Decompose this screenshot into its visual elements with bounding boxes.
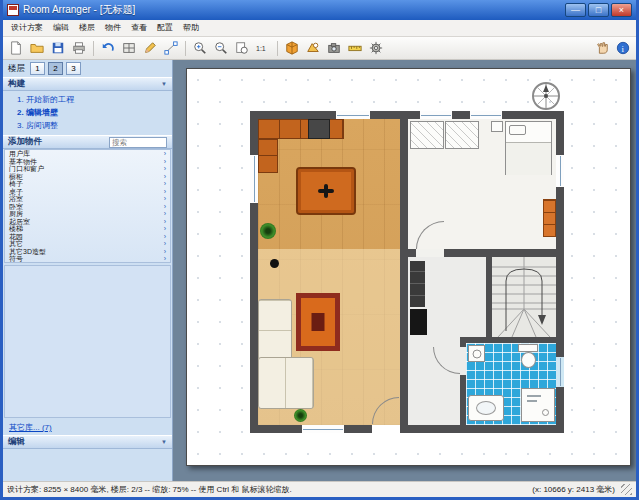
category-basic-objects[interactable]: 基本物件 (5, 158, 170, 166)
wall[interactable] (444, 249, 556, 257)
floor-tab-2[interactable]: 2 (48, 62, 63, 75)
drawing-page[interactable] (186, 68, 631, 466)
fireplace[interactable] (296, 293, 340, 351)
category-bathroom[interactable]: 浴室 (5, 195, 170, 203)
wardrobe[interactable] (445, 121, 479, 149)
corner-sofa[interactable] (258, 357, 314, 409)
category-doors-windows[interactable]: 门口和窗户 (5, 165, 170, 173)
other-libraries-link[interactable]: 其它库... (7) (3, 420, 172, 435)
category-other[interactable]: 其它 (5, 240, 170, 248)
nightstand[interactable] (491, 121, 503, 132)
stairs[interactable] (492, 257, 556, 337)
category-garden[interactable]: 花园 (5, 233, 170, 241)
build-step-adjust-rooms[interactable]: 3. 房间调整 (17, 120, 172, 131)
menu-floor[interactable]: 楼层 (74, 20, 100, 36)
cabinet-dark[interactable] (410, 309, 427, 335)
category-chairs[interactable]: 椅子 (5, 180, 170, 188)
maximize-button[interactable]: □ (588, 3, 609, 17)
window[interactable] (302, 425, 344, 433)
canvas-area[interactable] (173, 60, 636, 481)
about-icon[interactable]: i (613, 39, 633, 58)
shower[interactable] (521, 388, 555, 422)
edit-section-header[interactable]: 编辑 (3, 435, 172, 449)
dresser[interactable] (543, 199, 556, 237)
wardrobe[interactable] (410, 121, 444, 149)
resize-grip[interactable] (621, 484, 632, 495)
search-input[interactable] (109, 137, 167, 148)
floor-tab-3[interactable]: 3 (66, 62, 81, 75)
toilet[interactable] (518, 344, 538, 352)
build-step-new-project[interactable]: 1. 开始新的工程 (17, 94, 172, 105)
menu-edit[interactable]: 编辑 (48, 20, 74, 36)
category-user-library[interactable]: 用户库 (5, 150, 170, 158)
category-bedroom[interactable]: 卧室 (5, 203, 170, 211)
window[interactable] (336, 111, 370, 119)
print-icon[interactable] (69, 39, 89, 58)
window[interactable] (420, 111, 452, 119)
camera-icon[interactable] (324, 39, 344, 58)
plant[interactable] (294, 409, 307, 422)
stool[interactable] (270, 259, 279, 268)
wall[interactable] (460, 337, 556, 343)
wall[interactable] (400, 119, 408, 425)
corner-sofa[interactable] (258, 299, 292, 361)
category-living-room[interactable]: 起居室 (5, 218, 170, 226)
category-kitchen[interactable]: 厨房 (5, 210, 170, 218)
wall[interactable] (486, 257, 492, 337)
window[interactable] (250, 155, 258, 203)
toilet-bowl[interactable] (521, 352, 536, 368)
pan-icon[interactable] (592, 39, 612, 58)
door-opening[interactable] (372, 425, 400, 433)
menu-help[interactable]: 帮助 (178, 20, 204, 36)
walkthrough-3d-icon[interactable] (303, 39, 323, 58)
save-icon[interactable] (48, 39, 68, 58)
stove[interactable] (308, 119, 330, 139)
wall-editor-icon[interactable] (119, 39, 139, 58)
floor-plan[interactable] (250, 111, 564, 433)
zoom-page-icon[interactable] (232, 39, 252, 58)
build-section-header[interactable]: 构建 (3, 77, 172, 91)
category-tables[interactable]: 桌子 (5, 188, 170, 196)
view-3d-icon[interactable] (282, 39, 302, 58)
add-objects-section-header[interactable]: 添加物件 (3, 135, 172, 149)
zoom-in-icon[interactable] (190, 39, 210, 58)
wall[interactable] (250, 111, 564, 119)
washing-machine[interactable] (468, 345, 485, 362)
plant[interactable] (260, 223, 276, 239)
wall[interactable] (250, 425, 564, 433)
kitchen-counter[interactable] (258, 119, 344, 139)
zoom-100-icon[interactable]: 1:1 (253, 39, 273, 58)
floor-tab-1[interactable]: 1 (30, 62, 45, 75)
menu-settings[interactable]: 配置 (152, 20, 178, 36)
minimize-button[interactable]: — (565, 3, 586, 17)
close-button[interactable]: × (611, 3, 632, 17)
category-cabinets[interactable]: 橱柜 (5, 173, 170, 181)
shelf[interactable] (410, 261, 425, 307)
sink-vanity[interactable] (468, 395, 504, 421)
options-icon[interactable] (366, 39, 386, 58)
undo-icon[interactable] (98, 39, 118, 58)
door-opening[interactable] (416, 249, 444, 257)
menu-design[interactable]: 设计方案 (6, 20, 48, 36)
title-bar[interactable]: Room Arranger - [无标题] — □ × (3, 0, 636, 20)
compass-icon[interactable] (531, 81, 561, 111)
draw-icon[interactable] (140, 39, 160, 58)
edit-points-icon[interactable] (161, 39, 181, 58)
bed[interactable] (505, 121, 552, 175)
window[interactable] (556, 155, 564, 187)
window[interactable] (556, 357, 564, 387)
window[interactable] (470, 111, 502, 119)
new-icon[interactable] (6, 39, 26, 58)
measure-icon[interactable] (345, 39, 365, 58)
door-opening[interactable] (460, 347, 466, 375)
open-icon[interactable] (27, 39, 47, 58)
menu-view[interactable]: 查看 (126, 20, 152, 36)
category-other-3d[interactable]: 其它3D造型 (5, 248, 170, 256)
kitchen-corner-cabinet[interactable] (258, 139, 278, 173)
wall[interactable] (408, 249, 416, 257)
dining-table[interactable] (296, 167, 356, 215)
category-symbols[interactable]: 符号 (5, 255, 170, 263)
zoom-out-icon[interactable] (211, 39, 231, 58)
build-step-edit-walls[interactable]: 2. 编辑墙壁 (17, 107, 172, 118)
menu-object[interactable]: 物件 (100, 20, 126, 36)
